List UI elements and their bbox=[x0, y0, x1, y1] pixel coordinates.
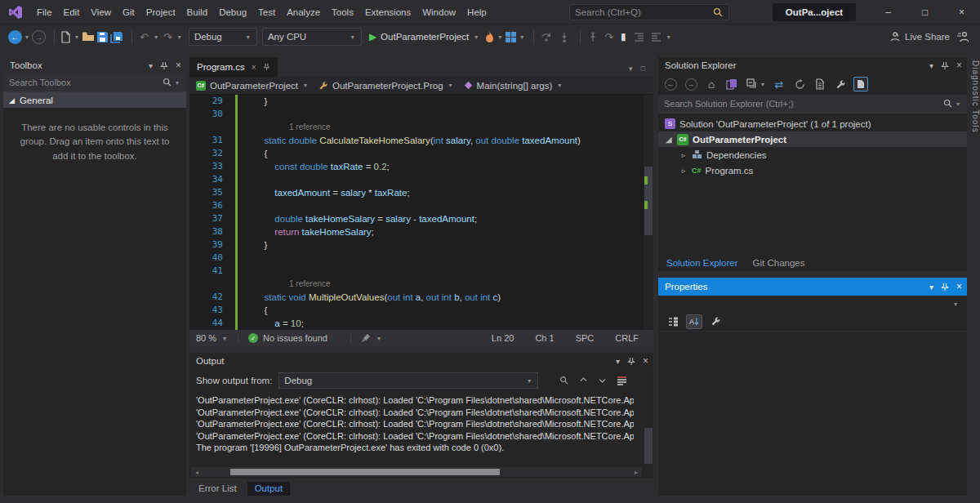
tab-git-changes[interactable]: Git Changes bbox=[746, 256, 812, 270]
switch-views-icon[interactable] bbox=[724, 77, 739, 91]
save-button[interactable] bbox=[96, 31, 109, 43]
window-position-icon[interactable]: ▾ bbox=[616, 357, 620, 366]
menu-edit[interactable]: Edit bbox=[58, 4, 86, 20]
chevron-down-icon[interactable]: ▾ bbox=[25, 33, 29, 41]
properties-wrench-icon[interactable] bbox=[833, 77, 848, 91]
property-pages-icon[interactable] bbox=[707, 314, 724, 329]
issues-status[interactable]: No issues found bbox=[263, 333, 327, 343]
window-position-icon[interactable]: ▾ bbox=[929, 61, 933, 70]
pin-icon[interactable] bbox=[941, 61, 949, 70]
close-icon[interactable]: × bbox=[176, 60, 181, 71]
step-out-button[interactable] bbox=[588, 32, 598, 42]
clear-all-icon[interactable] bbox=[617, 376, 627, 385]
output-source-dropdown[interactable]: Debug ▾ bbox=[278, 372, 538, 389]
menu-file[interactable]: File bbox=[31, 4, 58, 20]
output-horizontal-scrollbar[interactable]: ◂ ▸ bbox=[191, 467, 642, 477]
tree-item-dependencies[interactable]: ▹ Dependencies bbox=[658, 147, 967, 162]
chevron-right-icon[interactable]: ▹ bbox=[679, 167, 688, 175]
home-icon[interactable]: ⌂ bbox=[704, 77, 719, 91]
menu-help[interactable]: Help bbox=[461, 4, 492, 20]
properties-object-dropdown[interactable]: ▾ bbox=[658, 296, 967, 312]
solution-platform-dropdown[interactable]: Any CPU ▾ bbox=[262, 28, 362, 46]
feedback-icon[interactable] bbox=[956, 31, 969, 42]
step-over-button[interactable] bbox=[541, 32, 553, 42]
redo-button[interactable]: ↷ bbox=[163, 31, 172, 43]
menu-test[interactable]: Test bbox=[252, 4, 281, 20]
navigate-forward-button[interactable]: → bbox=[32, 30, 46, 44]
goto-next-icon[interactable] bbox=[598, 376, 607, 385]
pin-icon[interactable] bbox=[627, 357, 635, 366]
chevron-down-icon[interactable]: ▾ bbox=[75, 33, 78, 41]
close-icon[interactable]: × bbox=[956, 281, 962, 292]
chevron-down-icon[interactable]: ▾ bbox=[223, 335, 226, 342]
status-line[interactable]: Ln 20 bbox=[492, 333, 514, 343]
close-icon[interactable]: × bbox=[643, 355, 648, 367]
hot-reload-button[interactable] bbox=[484, 31, 495, 43]
sync-with-active-document-icon[interactable]: ⇄ bbox=[772, 77, 786, 91]
health-indicator-icon[interactable]: ✓ bbox=[248, 333, 258, 343]
restart-button[interactable]: ↷ bbox=[604, 31, 613, 43]
menu-build[interactable]: Build bbox=[181, 4, 214, 20]
tab-error-list[interactable]: Error List bbox=[191, 482, 244, 496]
window-position-icon[interactable]: ▾ bbox=[929, 283, 933, 292]
live-share-button[interactable]: Live Share bbox=[889, 31, 950, 42]
breadcrumb-project[interactable]: C# OutParameterProject ▾ bbox=[196, 81, 315, 91]
solution-explorer-search-input[interactable]: Search Solution Explorer (Ctrl+;) ▾ bbox=[658, 95, 967, 114]
codelens-references[interactable]: 1 reference bbox=[238, 121, 653, 134]
solution-configuration-dropdown[interactable]: Debug ▾ bbox=[189, 28, 257, 46]
menu-tools[interactable]: Tools bbox=[326, 4, 359, 20]
window-position-icon[interactable]: ▾ bbox=[149, 61, 153, 70]
active-files-dropdown-icon[interactable]: ▾ bbox=[629, 65, 633, 73]
pin-tab-icon[interactable] bbox=[263, 63, 270, 71]
codelens-references[interactable]: 1 reference bbox=[238, 278, 653, 291]
scrollbar-thumb[interactable] bbox=[644, 428, 653, 464]
status-spaces[interactable]: SPC bbox=[576, 333, 595, 343]
output-vertical-scrollbar[interactable] bbox=[644, 369, 653, 467]
close-button[interactable]: × bbox=[943, 0, 980, 24]
chevron-down-icon[interactable]: ▾ bbox=[154, 33, 158, 41]
tab-output[interactable]: Output bbox=[247, 482, 291, 496]
code-editor[interactable]: 29 }301 reference31 static double Calcul… bbox=[189, 95, 653, 330]
diagnostic-tools-side-tab[interactable]: Diagnostic Tools bbox=[970, 57, 980, 496]
refresh-icon[interactable] bbox=[792, 77, 807, 91]
chevron-down-icon[interactable]: ▾ bbox=[178, 33, 181, 41]
alphabetical-sort-icon[interactable]: A bbox=[686, 314, 702, 329]
menu-extensions[interactable]: Extensions bbox=[359, 4, 416, 20]
undo-button[interactable]: ↶ bbox=[140, 31, 149, 43]
tree-item-program-cs[interactable]: ▹ C# Program.cs bbox=[658, 162, 967, 178]
breadcrumb-class[interactable]: OutParameterProject.Prog ▾ bbox=[318, 81, 461, 91]
menu-view[interactable]: View bbox=[85, 4, 117, 20]
chevron-down-icon[interactable]: ▾ bbox=[377, 335, 381, 342]
goto-previous-icon[interactable] bbox=[579, 376, 588, 385]
expanded-arrow-icon[interactable]: ◢ bbox=[665, 136, 673, 144]
find-message-icon[interactable] bbox=[559, 376, 569, 385]
menu-debug[interactable]: Debug bbox=[213, 4, 252, 20]
menu-window[interactable]: Window bbox=[416, 4, 461, 20]
menu-project[interactable]: Project bbox=[140, 4, 181, 20]
categorized-icon[interactable] bbox=[665, 314, 681, 329]
preview-selected-items-icon[interactable] bbox=[853, 77, 868, 91]
pin-icon[interactable] bbox=[160, 61, 168, 70]
tree-item-project[interactable]: ◢ C# OutParameterProject bbox=[658, 131, 967, 147]
breadcrumb-method[interactable]: Main(string[] args) ▾ bbox=[464, 81, 570, 91]
indent-increase-icon[interactable] bbox=[651, 33, 662, 42]
maximize-button[interactable]: □ bbox=[906, 0, 943, 24]
tab-solution-explorer[interactable]: Solution Explorer bbox=[660, 256, 745, 270]
collapse-all-icon[interactable] bbox=[745, 77, 760, 91]
chevron-down-icon[interactable]: ▾ bbox=[667, 33, 670, 41]
toolbox-section-general[interactable]: ◢ General bbox=[3, 92, 186, 108]
menu-git[interactable]: Git bbox=[117, 4, 140, 20]
minimize-button[interactable]: – bbox=[870, 0, 906, 24]
save-all-button[interactable] bbox=[110, 31, 123, 43]
bookmark-icon[interactable]: ▮ bbox=[621, 31, 626, 42]
indent-decrease-icon[interactable] bbox=[634, 33, 644, 42]
forward-circle-icon[interactable]: → bbox=[684, 77, 698, 91]
global-search-input[interactable]: Search (Ctrl+Q) bbox=[569, 4, 729, 20]
zoom-level-dropdown[interactable]: 80 % bbox=[196, 333, 216, 343]
pin-icon[interactable] bbox=[941, 283, 949, 292]
start-debugging-button[interactable]: ▶ OutParameterProject ▾ bbox=[369, 31, 479, 42]
split-window-icon[interactable]: □ bbox=[641, 65, 645, 73]
tree-item-solution[interactable]: S Solution 'OutParameterProject' (1 of 1… bbox=[658, 116, 967, 131]
navigate-back-button[interactable]: ← bbox=[8, 30, 22, 44]
chevron-down-icon[interactable]: ▾ bbox=[761, 81, 764, 88]
